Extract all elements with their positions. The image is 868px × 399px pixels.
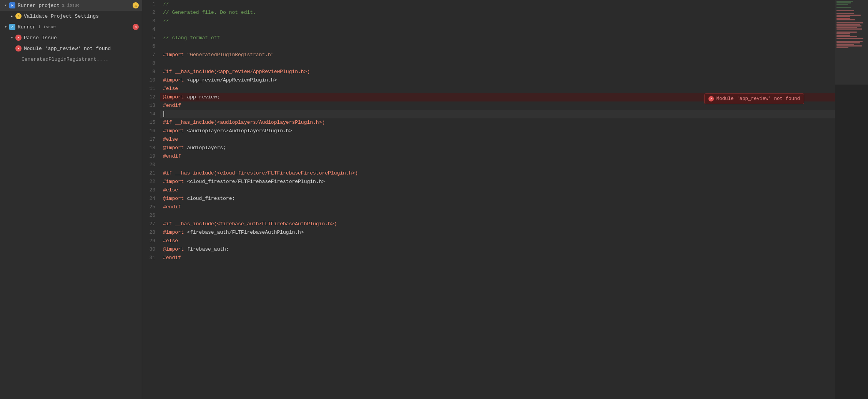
code-line-21: #if __has_include(<cloud_firestore/FLTFi… xyxy=(160,169,835,178)
code-line-25: #endif xyxy=(160,203,835,211)
line-number-19: 19 xyxy=(142,152,155,161)
code-line-8 xyxy=(160,59,835,68)
code-line-12: @import app_review;Module 'app_review' n… xyxy=(160,93,835,101)
minimap-line-13 xyxy=(836,19,855,20)
code-line-29: #else xyxy=(160,237,835,245)
line-number-1: 1 xyxy=(142,0,155,8)
code-line-11: #else xyxy=(160,85,835,93)
line-number-11: 11 xyxy=(142,85,155,93)
line-number-6: 6 xyxy=(142,42,155,51)
parse-issue-label: Parse Issue xyxy=(24,35,57,41)
runner-project-icon: R xyxy=(9,2,15,8)
minimap-line-28 xyxy=(836,42,860,43)
minimap-line-29 xyxy=(836,44,854,45)
sidebar-item-parse-issue[interactable]: ✕ Parse Issue xyxy=(0,32,142,43)
code-line-24: @import cloud_firestore; xyxy=(160,195,835,203)
minimap-line-5 xyxy=(836,7,851,8)
code-line-27: #if __has_include(<firebase_auth/FLTFire… xyxy=(160,220,835,228)
sidebar-item-generated-file[interactable]: GeneratedPluginRegistrant.... xyxy=(0,54,142,65)
module-error-icon: ✕ xyxy=(15,45,22,52)
chevron-right-icon xyxy=(9,13,15,19)
chevron-down-icon-3 xyxy=(9,35,15,40)
minimap-line-11 xyxy=(836,16,850,17)
minimap-line-10 xyxy=(836,15,861,16)
code-line-1: // xyxy=(160,0,835,8)
minimap[interactable] xyxy=(835,0,868,399)
line-number-15: 15 xyxy=(142,118,155,127)
code-line-17: #else xyxy=(160,135,835,144)
code-line-2: // Generated file. Do not edit. xyxy=(160,8,835,17)
minimap-line-30 xyxy=(836,45,862,47)
line-number-23: 23 xyxy=(142,186,155,195)
line-number-2: 2 xyxy=(142,8,155,17)
line-number-28: 28 xyxy=(142,228,155,237)
line-number-18: 18 xyxy=(142,144,155,152)
chevron-down-icon-2 xyxy=(3,24,8,30)
error-tooltip-text: Module 'app_review' not found xyxy=(716,95,800,103)
code-line-31: #endif xyxy=(160,254,835,262)
code-line-20 xyxy=(160,161,835,169)
minimap-line-26 xyxy=(836,39,863,40)
sidebar-item-runner-project[interactable]: R Runner project 1 issue ⚠ xyxy=(0,0,142,11)
code-line-15: #if __has_include(<audioplayers/Audiopla… xyxy=(160,118,835,127)
code-line-3: // xyxy=(160,17,835,25)
line-number-17: 17 xyxy=(142,135,155,144)
code-editor[interactable]: 1234567891011121314151617181920212223242… xyxy=(142,0,835,399)
line-number-7: 7 xyxy=(142,51,155,59)
minimap-line-8 xyxy=(836,12,858,13)
line-number-14: 14 xyxy=(142,110,155,118)
line-number-16: 16 xyxy=(142,127,155,135)
runner-label: Runner xyxy=(18,24,36,30)
code-line-9: #if __has_include(<app_review/AppReviewP… xyxy=(160,68,835,76)
line-number-3: 3 xyxy=(142,17,155,25)
minimap-line-17 xyxy=(836,25,861,27)
line-number-25: 25 xyxy=(142,203,155,211)
code-line-7: #import "GeneratedPluginRegistrant.h" xyxy=(160,51,835,59)
runner-project-badge: 1 issue xyxy=(62,3,80,8)
error-tooltip: Module 'app_review' not found xyxy=(704,93,804,104)
minimap-line-20 xyxy=(836,30,861,31)
minimap-line-23 xyxy=(836,35,850,36)
chevron-down-icon xyxy=(3,3,8,8)
minimap-line-18 xyxy=(836,27,857,28)
minimap-line-7 xyxy=(836,10,854,11)
runner-error-icon: ✕ xyxy=(133,24,139,30)
code-line-6 xyxy=(160,42,835,51)
line-number-13: 13 xyxy=(142,101,155,110)
parse-error-icon: ✕ xyxy=(15,35,22,41)
minimap-line-27 xyxy=(836,41,863,42)
line-number-8: 8 xyxy=(142,59,155,68)
code-content[interactable]: //// Generated file. Do not edit.//// cl… xyxy=(160,0,835,399)
minimap-line-6 xyxy=(836,8,859,10)
sidebar: R Runner project 1 issue ⚠ ⚠ Validate Pr… xyxy=(0,0,142,399)
validate-warning-icon: ⚠ xyxy=(15,13,22,19)
code-line-14 xyxy=(160,110,835,118)
line-number-31: 31 xyxy=(142,254,155,262)
minimap-line-15 xyxy=(836,22,863,23)
code-line-4 xyxy=(160,25,835,34)
minimap-line-22 xyxy=(836,33,850,34)
sidebar-item-runner[interactable]: ✓ Runner 1 issue ✕ xyxy=(0,22,142,32)
code-line-22: #import <cloud_firestore/FLTFirebaseFire… xyxy=(160,178,835,186)
cursor xyxy=(163,111,164,117)
line-number-21: 21 xyxy=(142,169,155,178)
sidebar-item-module-error[interactable]: ✕ Module 'app_review' not found xyxy=(0,43,142,54)
validate-label: Validate Project Settings xyxy=(24,13,99,19)
line-number-12: 12 xyxy=(142,93,155,101)
minimap-line-19 xyxy=(836,28,862,30)
code-line-5: // clang-format off xyxy=(160,34,835,42)
generated-file-label: GeneratedPluginRegistrant.... xyxy=(22,57,108,62)
minimap-line-16 xyxy=(836,24,860,25)
sidebar-item-validate[interactable]: ⚠ Validate Project Settings xyxy=(0,11,142,22)
minimap-line-14 xyxy=(836,21,862,22)
code-line-26 xyxy=(160,211,835,220)
code-line-30: @import firebase_auth; xyxy=(160,245,835,254)
line-number-26: 26 xyxy=(142,211,155,220)
code-line-19: #endif xyxy=(160,152,835,161)
line-number-20: 20 xyxy=(142,161,155,169)
minimap-line-3 xyxy=(836,4,848,5)
minimap-line-24 xyxy=(836,36,857,37)
line-number-22: 22 xyxy=(142,178,155,186)
minimap-line-21 xyxy=(836,32,857,33)
line-number-4: 4 xyxy=(142,25,155,34)
